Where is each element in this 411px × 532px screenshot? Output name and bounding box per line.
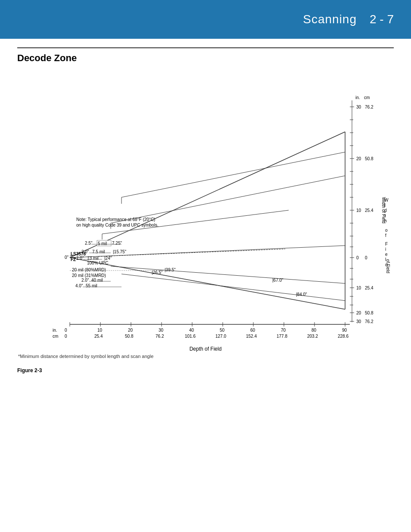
svg-text:|39.5": |39.5": [165, 268, 176, 272]
svg-line-104: [102, 210, 289, 234]
svg-text:0: 0: [65, 328, 67, 333]
svg-text:i: i: [385, 247, 386, 252]
svg-text:0": 0": [65, 255, 69, 260]
svg-text:2.5": 2.5": [85, 241, 93, 246]
svg-text:127.0: 127.0: [215, 334, 226, 339]
svg-text:152.4: 152.4: [246, 334, 257, 339]
svg-text:20: 20: [128, 328, 133, 333]
svg-text:cm: cm: [364, 95, 370, 100]
svg-text:70: 70: [281, 328, 286, 333]
decode-zone-chart: 30 76.2 20 50.8 10 25.4 0: [18, 77, 393, 344]
svg-text:|84.0": |84.0": [296, 292, 307, 297]
svg-text:60: 60: [250, 328, 255, 333]
svg-text:20 mil (31%MRD): 20 mil (31%MRD): [72, 273, 106, 278]
svg-text:4.0": 4.0": [75, 283, 83, 288]
svg-line-91: [121, 152, 345, 197]
svg-text:in.: in.: [53, 328, 57, 333]
svg-text:on high quality Code 39 and UP: on high quality Code 39 and UPC symbols.: [76, 223, 159, 227]
svg-text:40: 40: [189, 328, 194, 333]
svg-text:cm: cm: [53, 334, 58, 339]
svg-text:50.8: 50.8: [365, 311, 374, 315]
svg-text:25.4: 25.4: [94, 334, 103, 339]
svg-line-85: [70, 258, 345, 309]
svg-text:|26.5": |26.5": [152, 270, 163, 275]
svg-text:100% UPC: 100% UPC: [87, 261, 108, 265]
section-title: Decode Zone: [17, 53, 394, 64]
svg-text:76.2: 76.2: [365, 319, 374, 324]
svg-text:2.0": 2.0": [81, 249, 89, 254]
depth-of-field-label: Depth of Field: [18, 346, 393, 352]
svg-text:25.4: 25.4: [365, 208, 374, 213]
svg-text:50.8: 50.8: [365, 156, 374, 161]
header-bar: Scanning 2 - 7: [0, 0, 411, 39]
svg-text:1.0": 1.0": [76, 256, 84, 261]
svg-text:e: e: [385, 252, 388, 257]
svg-text:i: i: [384, 203, 385, 208]
svg-text:30: 30: [356, 319, 361, 324]
svg-text:o: o: [385, 228, 388, 233]
svg-text:|67.0": |67.0": [272, 278, 283, 283]
section-divider: [17, 47, 394, 48]
svg-text:0: 0: [65, 334, 67, 339]
chart-container: 30 76.2 20 50.8 10 25.4 0: [18, 77, 393, 359]
svg-line-118: [111, 266, 346, 283]
svg-text:76.2: 76.2: [156, 334, 164, 339]
svg-line-123: [121, 274, 346, 301]
svg-text:h: h: [384, 218, 387, 223]
svg-text:40 mil: 40 mil: [91, 278, 103, 283]
header-title: Scanning: [303, 12, 357, 26]
svg-text:t: t: [384, 213, 386, 218]
svg-text:|15.75": |15.75": [113, 249, 127, 254]
svg-line-84: [70, 132, 345, 258]
svg-text:0: 0: [356, 255, 359, 260]
svg-text:d: d: [384, 208, 387, 213]
svg-text:101.6: 101.6: [185, 334, 196, 339]
svg-text:10: 10: [356, 208, 361, 213]
svg-text:7.25": 7.25": [112, 241, 122, 246]
svg-text:20: 20: [356, 311, 361, 315]
svg-text:in.: in.: [355, 95, 360, 100]
svg-text:55 mil: 55 mil: [86, 283, 97, 288]
svg-text:90: 90: [342, 328, 347, 333]
svg-text:50: 50: [220, 328, 225, 333]
svg-text:2.0": 2.0": [81, 278, 89, 283]
svg-text:30: 30: [159, 328, 164, 333]
svg-text:l: l: [385, 257, 386, 262]
footnote: *Minimum distance determined by symbol l…: [18, 354, 393, 359]
header-page: 2 - 7: [370, 12, 394, 26]
svg-text:25.4: 25.4: [365, 286, 374, 290]
svg-line-98: [111, 176, 345, 223]
svg-text:76.2: 76.2: [365, 105, 374, 109]
svg-text:W: W: [384, 198, 389, 202]
svg-text:FZ: FZ: [71, 257, 76, 262]
svg-text:20: 20: [356, 156, 361, 161]
svg-text:30: 30: [356, 105, 361, 109]
svg-text:d: d: [385, 262, 388, 267]
svg-text:|24": |24": [104, 256, 112, 261]
svg-text:F: F: [385, 242, 388, 246]
figure-caption: Figure 2-3: [17, 367, 394, 373]
svg-text:5 mil: 5 mil: [98, 241, 107, 246]
svg-text:20 mil (80%MRD): 20 mil (80%MRD): [72, 268, 106, 272]
svg-text:f: f: [385, 233, 386, 238]
svg-text:10: 10: [356, 286, 361, 290]
svg-text:0: 0: [365, 255, 367, 260]
svg-text:203.2: 203.2: [307, 334, 318, 339]
svg-text:177.8: 177.8: [277, 334, 287, 339]
svg-text:228.6: 228.6: [338, 334, 349, 339]
svg-text:Note: Typical performance at 6: Note: Typical performance at 68°F (20°C): [76, 217, 155, 222]
svg-text:10: 10: [97, 328, 103, 333]
svg-text:80: 80: [311, 328, 317, 333]
svg-text:7.5 mil: 7.5 mil: [92, 249, 105, 254]
main-content: Decode Zone 30 76.2 20 50.8: [0, 39, 411, 391]
svg-text:50.8: 50.8: [125, 334, 134, 339]
